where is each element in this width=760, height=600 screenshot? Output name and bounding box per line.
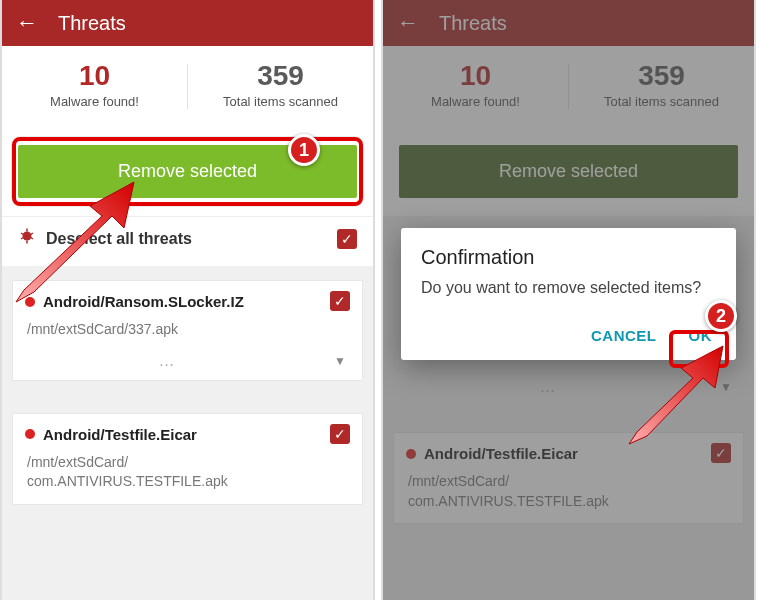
total-label: Total items scanned — [188, 94, 373, 109]
bug-icon — [18, 227, 36, 250]
stat-malware: 10 Malware found! — [2, 46, 187, 127]
screen-right: ← Threats 10 Malware found! 359 Total it… — [381, 0, 756, 600]
screen-left: ← Threats 10 Malware found! 359 Total it… — [0, 0, 375, 600]
step-badge-2: 2 — [705, 300, 737, 332]
threat-severity-dot-icon — [25, 429, 35, 439]
svg-point-0 — [23, 232, 32, 241]
deselect-all-row[interactable]: Deselect all threats ✓ — [2, 216, 373, 266]
confirmation-dialog: Confirmation Do you want to remove selec… — [401, 228, 736, 360]
threat-path: /mnt/extSdCard/ com.ANTIVIRUS.TESTFILE.a… — [27, 453, 348, 492]
dialog-cancel-button[interactable]: CANCEL — [587, 321, 661, 350]
deselect-all-label: Deselect all threats — [46, 230, 327, 248]
threat-checkbox[interactable]: ✓ — [330, 424, 350, 444]
threat-checkbox[interactable]: ✓ — [330, 291, 350, 311]
malware-count: 10 — [2, 60, 187, 92]
page-title: Threats — [58, 12, 126, 35]
total-count: 359 — [188, 60, 373, 92]
chevron-down-icon[interactable]: ▼ — [334, 354, 346, 368]
threat-path: /mnt/extSdCard/337.apk — [27, 320, 348, 340]
back-arrow-icon[interactable]: ← — [16, 10, 38, 36]
threat-name: Android/Ransom.SLocker.IZ — [43, 293, 350, 310]
step-badge-2-number: 2 — [716, 306, 726, 327]
stat-total: 359 Total items scanned — [188, 46, 373, 127]
step-badge-1: 1 — [288, 134, 320, 166]
step-badge-1-number: 1 — [299, 140, 309, 161]
dialog-body: Do you want to remove selected items? — [421, 277, 716, 299]
app-header: ← Threats — [2, 0, 373, 46]
threat-more-icon[interactable]: … — [29, 352, 304, 370]
threat-severity-dot-icon — [25, 297, 35, 307]
stats-row: 10 Malware found! 359 Total items scanne… — [2, 46, 373, 127]
dialog-title: Confirmation — [421, 246, 716, 269]
deselect-all-checkbox[interactable]: ✓ — [337, 229, 357, 249]
threat-card[interactable]: Android/Ransom.SLocker.IZ ✓ /mnt/extSdCa… — [12, 280, 363, 381]
threat-card[interactable]: Android/Testfile.Eicar ✓ /mnt/extSdCard/… — [12, 413, 363, 505]
malware-label: Malware found! — [2, 94, 187, 109]
threat-name: Android/Testfile.Eicar — [43, 426, 350, 443]
